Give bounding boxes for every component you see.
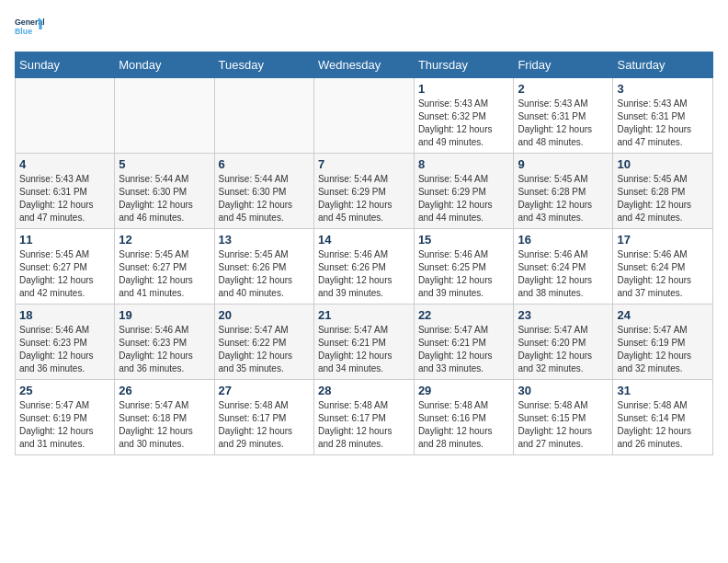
day-number: 16 (518, 233, 609, 247)
header-sunday: Sunday (16, 52, 115, 78)
calendar-cell (115, 78, 214, 154)
calendar-cell: 28Sunrise: 5:48 AMSunset: 6:17 PMDayligh… (313, 380, 414, 455)
calendar-cell: 17Sunrise: 5:46 AMSunset: 6:24 PMDayligh… (613, 229, 713, 304)
calendar-cell: 14Sunrise: 5:46 AMSunset: 6:26 PMDayligh… (313, 229, 414, 304)
day-number: 31 (617, 384, 709, 397)
day-info: Sunrise: 5:48 AMSunset: 6:17 PMDaylight:… (318, 399, 410, 451)
calendar-cell (313, 78, 414, 154)
day-number: 27 (219, 384, 310, 397)
header-monday: Monday (115, 52, 214, 78)
day-number: 17 (617, 233, 709, 247)
day-info: Sunrise: 5:44 AMSunset: 6:30 PMDaylight:… (119, 173, 210, 224)
day-number: 10 (617, 157, 709, 171)
svg-text:Blue: Blue (15, 27, 32, 36)
calendar-cell: 3Sunrise: 5:43 AMSunset: 6:31 PMDaylight… (613, 78, 713, 154)
calendar-cell: 19Sunrise: 5:46 AMSunset: 6:23 PMDayligh… (115, 304, 214, 380)
calendar-week-2: 4Sunrise: 5:43 AMSunset: 6:31 PMDaylight… (16, 154, 713, 229)
calendar-week-3: 11Sunrise: 5:45 AMSunset: 6:27 PMDayligh… (16, 229, 713, 304)
day-info: Sunrise: 5:46 AMSunset: 6:23 PMDaylight:… (119, 324, 210, 375)
day-number: 30 (518, 384, 609, 397)
day-number: 14 (318, 233, 410, 247)
day-number: 18 (19, 308, 110, 322)
day-number: 19 (119, 308, 210, 322)
calendar-cell: 6Sunrise: 5:44 AMSunset: 6:30 PMDaylight… (214, 154, 313, 229)
day-info: Sunrise: 5:48 AMSunset: 6:17 PMDaylight:… (219, 399, 310, 451)
calendar-cell: 11Sunrise: 5:45 AMSunset: 6:27 PMDayligh… (16, 229, 115, 304)
day-info: Sunrise: 5:47 AMSunset: 6:19 PMDaylight:… (617, 324, 709, 375)
day-info: Sunrise: 5:45 AMSunset: 6:27 PMDaylight:… (119, 248, 210, 300)
page-header: General Blue (15, 15, 713, 44)
calendar-cell: 26Sunrise: 5:47 AMSunset: 6:18 PMDayligh… (115, 380, 214, 455)
day-info: Sunrise: 5:47 AMSunset: 6:18 PMDaylight:… (119, 399, 210, 451)
day-number: 25 (19, 384, 110, 397)
day-number: 28 (318, 384, 410, 397)
calendar-cell: 30Sunrise: 5:48 AMSunset: 6:15 PMDayligh… (514, 380, 613, 455)
day-number: 22 (418, 308, 510, 322)
day-info: Sunrise: 5:47 AMSunset: 6:20 PMDaylight:… (518, 324, 609, 375)
calendar-cell: 9Sunrise: 5:45 AMSunset: 6:28 PMDaylight… (514, 154, 613, 229)
day-number: 8 (418, 157, 510, 171)
header-wednesday: Wednesday (313, 52, 414, 78)
calendar-table: SundayMondayTuesdayWednesdayThursdayFrid… (15, 52, 713, 455)
calendar-cell: 4Sunrise: 5:43 AMSunset: 6:31 PMDaylight… (16, 154, 115, 229)
day-info: Sunrise: 5:46 AMSunset: 6:24 PMDaylight:… (617, 248, 709, 300)
calendar-cell: 31Sunrise: 5:48 AMSunset: 6:14 PMDayligh… (613, 380, 713, 455)
day-info: Sunrise: 5:44 AMSunset: 6:29 PMDaylight:… (318, 173, 410, 224)
day-number: 1 (418, 82, 510, 96)
calendar-cell: 21Sunrise: 5:47 AMSunset: 6:21 PMDayligh… (313, 304, 414, 380)
day-info: Sunrise: 5:43 AMSunset: 6:32 PMDaylight:… (418, 98, 510, 149)
calendar-week-4: 18Sunrise: 5:46 AMSunset: 6:23 PMDayligh… (16, 304, 713, 380)
calendar-cell: 2Sunrise: 5:43 AMSunset: 6:31 PMDaylight… (514, 78, 613, 154)
calendar-cell: 7Sunrise: 5:44 AMSunset: 6:29 PMDaylight… (313, 154, 414, 229)
day-info: Sunrise: 5:48 AMSunset: 6:15 PMDaylight:… (518, 399, 609, 451)
day-info: Sunrise: 5:43 AMSunset: 6:31 PMDaylight:… (19, 173, 110, 224)
calendar-cell: 23Sunrise: 5:47 AMSunset: 6:20 PMDayligh… (514, 304, 613, 380)
day-number: 24 (617, 308, 709, 322)
day-info: Sunrise: 5:46 AMSunset: 6:23 PMDaylight:… (19, 324, 110, 375)
day-number: 26 (119, 384, 210, 397)
day-info: Sunrise: 5:46 AMSunset: 6:24 PMDaylight:… (518, 248, 609, 300)
day-info: Sunrise: 5:45 AMSunset: 6:28 PMDaylight:… (518, 173, 609, 224)
day-info: Sunrise: 5:47 AMSunset: 6:21 PMDaylight:… (318, 324, 410, 375)
day-number: 2 (518, 82, 609, 96)
day-number: 3 (617, 82, 709, 96)
day-number: 29 (418, 384, 510, 397)
day-number: 5 (119, 157, 210, 171)
day-info: Sunrise: 5:46 AMSunset: 6:26 PMDaylight:… (318, 248, 410, 300)
logo: General Blue (15, 15, 44, 44)
calendar-cell: 20Sunrise: 5:47 AMSunset: 6:22 PMDayligh… (214, 304, 313, 380)
calendar-week-5: 25Sunrise: 5:47 AMSunset: 6:19 PMDayligh… (16, 380, 713, 455)
day-info: Sunrise: 5:48 AMSunset: 6:16 PMDaylight:… (418, 399, 510, 451)
day-number: 23 (518, 308, 609, 322)
day-number: 15 (418, 233, 510, 247)
day-number: 4 (19, 157, 110, 171)
calendar-cell: 18Sunrise: 5:46 AMSunset: 6:23 PMDayligh… (16, 304, 115, 380)
calendar-cell: 22Sunrise: 5:47 AMSunset: 6:21 PMDayligh… (414, 304, 514, 380)
calendar-cell: 5Sunrise: 5:44 AMSunset: 6:30 PMDaylight… (115, 154, 214, 229)
calendar-cell: 24Sunrise: 5:47 AMSunset: 6:19 PMDayligh… (613, 304, 713, 380)
calendar-cell (214, 78, 313, 154)
day-info: Sunrise: 5:44 AMSunset: 6:30 PMDaylight:… (219, 173, 310, 224)
calendar-header-row: SundayMondayTuesdayWednesdayThursdayFrid… (16, 52, 713, 78)
day-number: 7 (318, 157, 410, 171)
day-number: 20 (219, 308, 310, 322)
day-info: Sunrise: 5:45 AMSunset: 6:28 PMDaylight:… (617, 173, 709, 224)
day-info: Sunrise: 5:47 AMSunset: 6:22 PMDaylight:… (219, 324, 310, 375)
calendar-cell: 25Sunrise: 5:47 AMSunset: 6:19 PMDayligh… (16, 380, 115, 455)
calendar-cell (16, 78, 115, 154)
calendar-week-1: 1Sunrise: 5:43 AMSunset: 6:32 PMDaylight… (16, 78, 713, 154)
day-info: Sunrise: 5:45 AMSunset: 6:26 PMDaylight:… (219, 248, 310, 300)
calendar-cell: 13Sunrise: 5:45 AMSunset: 6:26 PMDayligh… (214, 229, 313, 304)
day-info: Sunrise: 5:43 AMSunset: 6:31 PMDaylight:… (518, 98, 609, 149)
header-thursday: Thursday (414, 52, 514, 78)
day-number: 11 (19, 233, 110, 247)
day-info: Sunrise: 5:43 AMSunset: 6:31 PMDaylight:… (617, 98, 709, 149)
header-saturday: Saturday (613, 52, 713, 78)
header-friday: Friday (514, 52, 613, 78)
logo-icon: General Blue (15, 15, 44, 44)
calendar-cell: 12Sunrise: 5:45 AMSunset: 6:27 PMDayligh… (115, 229, 214, 304)
day-number: 13 (219, 233, 310, 247)
calendar-cell: 10Sunrise: 5:45 AMSunset: 6:28 PMDayligh… (613, 154, 713, 229)
calendar-cell: 16Sunrise: 5:46 AMSunset: 6:24 PMDayligh… (514, 229, 613, 304)
calendar-cell: 15Sunrise: 5:46 AMSunset: 6:25 PMDayligh… (414, 229, 514, 304)
